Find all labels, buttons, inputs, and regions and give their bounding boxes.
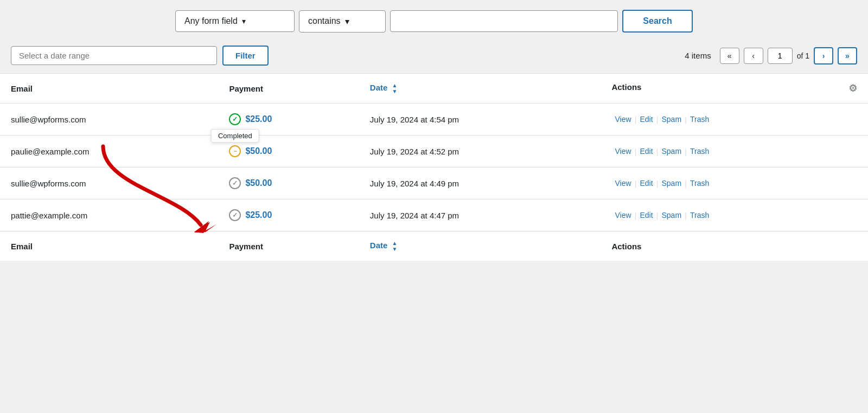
field-select-label: Any form field — [184, 16, 238, 26]
view-link[interactable]: View — [611, 211, 634, 220]
condition-select-chevron-icon: ▾ — [345, 16, 349, 27]
settings-gear-icon[interactable]: ⚙ — [848, 82, 857, 94]
trash-link[interactable]: Trash — [687, 115, 712, 124]
table-row: paulie@example.com $50.00 July 19, 2024 … — [0, 135, 868, 167]
entry-email: sullie@wpforms.com — [0, 167, 218, 199]
entry-email: sullie@wpforms.com — [0, 104, 218, 135]
entry-date: July 19, 2024 at 4:54 pm — [359, 104, 601, 135]
edit-link[interactable]: Edit — [636, 211, 656, 220]
status-tooltip: Completed — [211, 129, 259, 143]
edit-link[interactable]: Edit — [636, 179, 656, 188]
spam-link[interactable]: Spam — [658, 115, 685, 124]
trash-link[interactable]: Trash — [687, 211, 712, 220]
spam-link[interactable]: Spam — [658, 211, 685, 220]
entry-actions: View | Edit | Spam | Trash — [601, 135, 868, 167]
spam-link[interactable]: Spam — [658, 179, 685, 188]
trash-link[interactable]: Trash — [687, 147, 712, 156]
col-header-actions: Actions ⚙ — [601, 74, 868, 104]
status-partial-icon — [229, 177, 241, 189]
items-count: 4 items — [685, 51, 711, 60]
entry-actions: View | Edit | Spam | Trash — [601, 167, 868, 199]
status-pending-icon — [229, 145, 241, 157]
entry-email: paulie@example.com — [0, 135, 218, 167]
entry-email: pattie@example.com — [0, 199, 218, 231]
entry-payment: $25.00 — [218, 199, 359, 231]
pagination-prev-button[interactable]: ‹ — [744, 48, 763, 64]
entries-table-wrap: Email Payment Date ▲▼ Actions — [0, 73, 868, 261]
payment-amount: $25.00 — [245, 114, 272, 124]
view-link[interactable]: View — [611, 115, 634, 124]
entry-date: July 19, 2024 at 4:52 pm — [359, 135, 601, 167]
date-range-input[interactable] — [11, 46, 217, 65]
spam-link[interactable]: Spam — [658, 147, 685, 156]
entry-payment: $50.00 — [218, 167, 359, 199]
field-select-chevron-icon: ▾ — [242, 17, 246, 25]
table-row: sullie@wpforms.com $50.00 July 19, 2024 … — [0, 167, 868, 199]
entry-payment: Completed $25.00 — [218, 104, 359, 135]
pagination-next-button[interactable]: › — [814, 47, 833, 64]
field-select-dropdown[interactable]: Any form field ▾ — [175, 10, 295, 32]
edit-link[interactable]: Edit — [636, 147, 656, 156]
view-link[interactable]: View — [611, 179, 634, 188]
pagination-last-button[interactable]: » — [838, 47, 857, 64]
date-sort-icon-footer: ▲▼ — [392, 240, 398, 252]
status-partial-icon — [229, 209, 241, 221]
condition-select-dropdown[interactable]: contains ▾ — [299, 10, 386, 33]
condition-select-label: contains — [308, 16, 341, 26]
table-row: sullie@wpforms.com Completed $25.00 July… — [0, 104, 868, 135]
entry-date: July 19, 2024 at 4:49 pm — [359, 167, 601, 199]
entry-actions: View | Edit | Spam | Trash — [601, 199, 868, 231]
col-header-payment: Payment — [218, 74, 359, 104]
payment-amount: $50.00 — [245, 146, 272, 156]
status-completed-icon — [229, 113, 241, 125]
pagination-page-input[interactable] — [768, 48, 793, 64]
search-text-input[interactable] — [390, 10, 618, 32]
table-row: pattie@example.com $25.00 July 19, 2024 … — [0, 199, 868, 231]
col-footer-actions: Actions — [601, 231, 868, 261]
edit-link[interactable]: Edit — [636, 115, 656, 124]
view-link[interactable]: View — [611, 147, 634, 156]
payment-amount: $25.00 — [245, 210, 272, 220]
filter-row: Filter 4 items « ‹ of 1 › » — [0, 40, 868, 73]
entry-date: July 19, 2024 at 4:47 pm — [359, 199, 601, 231]
search-row: Any form field ▾ contains ▾ Search — [0, 0, 868, 40]
pagination-info: 4 items « ‹ of 1 › » — [685, 47, 857, 64]
col-header-date[interactable]: Date ▲▼ — [359, 74, 601, 104]
filter-button[interactable]: Filter — [222, 46, 269, 66]
entries-table: Email Payment Date ▲▼ Actions — [0, 74, 868, 261]
pagination-of-label: of 1 — [797, 51, 809, 60]
payment-amount: $50.00 — [245, 178, 272, 188]
table-header-row: Email Payment Date ▲▼ Actions — [0, 74, 868, 104]
col-footer-email: Email — [0, 231, 218, 261]
search-button[interactable]: Search — [622, 10, 693, 33]
entry-actions: View | Edit | Spam | Trash — [601, 104, 868, 135]
pagination-first-button[interactable]: « — [720, 48, 739, 64]
table-footer-row: Email Payment Date ▲▼ Actions — [0, 231, 868, 261]
col-footer-date[interactable]: Date ▲▼ — [359, 231, 601, 261]
date-sort-icon: ▲▼ — [392, 82, 398, 94]
payment-status-icon-container: Completed — [229, 113, 241, 125]
trash-link[interactable]: Trash — [687, 179, 712, 188]
col-header-email: Email — [0, 74, 218, 104]
col-footer-payment: Payment — [218, 231, 359, 261]
